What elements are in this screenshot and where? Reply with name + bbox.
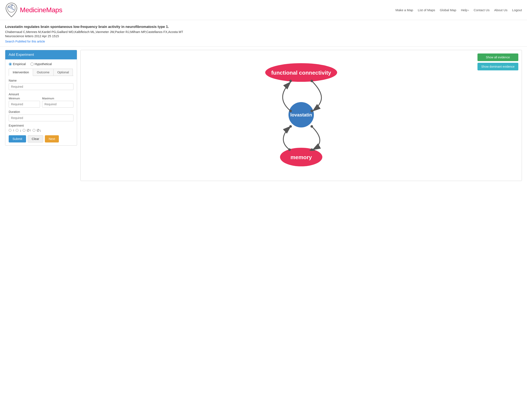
diagram-container: functional connectivity lovastatin memor… xyxy=(84,53,518,176)
exp-arrow-up: ↑ xyxy=(13,128,14,132)
amount-label: Amount xyxy=(9,93,73,96)
diagram-area: Show all evidence Show dominant evidence… xyxy=(80,50,522,181)
svg-text:functional connectivity: functional connectivity xyxy=(271,70,331,76)
tab-outcome[interactable]: Outcome xyxy=(33,69,54,76)
next-button[interactable]: Next xyxy=(45,135,59,142)
hypothetical-radio[interactable] xyxy=(31,63,34,66)
svg-point-13 xyxy=(310,110,313,112)
exp-symbol-null-up: ∅↑ xyxy=(27,128,31,132)
nav-logout[interactable]: Logout xyxy=(512,8,522,12)
svg-text:C: C xyxy=(13,9,15,10)
exp-radio-input-4[interactable] xyxy=(33,129,35,132)
svg-text:A: A xyxy=(8,6,9,8)
maximum-col: Maximum xyxy=(42,97,73,108)
minimum-input[interactable] xyxy=(9,101,40,108)
exp-arrow-down: ↓ xyxy=(20,128,21,132)
minimum-label: Minimum xyxy=(9,97,40,100)
svg-point-11 xyxy=(310,80,313,82)
article-title: Lovastatin regulates brain spontaneous l… xyxy=(5,25,522,29)
article-authors: Chabernaud C,Mennes M,Kardel PG,Gaillard… xyxy=(5,30,522,34)
svg-text:lovastatin: lovastatin xyxy=(290,112,312,117)
panel-body: Empirical Hypothetical Intervention Outc… xyxy=(5,59,77,146)
tabs-container: Intervention Outcome Optional xyxy=(9,69,73,76)
exp-radio-input-3[interactable] xyxy=(23,129,25,132)
evidence-buttons: Show all evidence Show dominant evidence xyxy=(477,53,518,70)
empirical-radio[interactable] xyxy=(9,63,12,66)
exp-radio-input-2[interactable] xyxy=(16,129,18,132)
duration-label: Duration xyxy=(9,110,73,114)
article-journal: Neuroscience letters 2012 Apr 25 1515 xyxy=(5,34,522,38)
button-row: Submit Clear Next xyxy=(9,135,73,142)
header: A B C MedicineMaps Make a Map List of Ma… xyxy=(0,0,527,20)
svg-point-14 xyxy=(289,110,292,112)
exp-radio-1[interactable] xyxy=(9,129,11,132)
nav-global-map[interactable]: Global Map xyxy=(440,8,456,12)
amount-row: Minimum Maximum xyxy=(9,97,73,108)
hypothetical-option[interactable]: Hypothetical xyxy=(31,62,52,66)
nav-list-of-maps[interactable]: List of Maps xyxy=(418,8,435,12)
duration-input[interactable] xyxy=(9,115,73,121)
main-content: Add Experiment Empirical Hypothetical In… xyxy=(0,46,527,184)
exp-radio-3[interactable] xyxy=(23,129,25,132)
name-label: Name xyxy=(9,79,73,82)
logo-icon: A B C xyxy=(5,2,18,17)
exp-radio-input-1[interactable] xyxy=(9,129,11,132)
exp-radio-4[interactable] xyxy=(33,129,35,132)
nav-make-a-map[interactable]: Make a Map xyxy=(395,8,413,12)
tab-intervention[interactable]: Intervention xyxy=(9,69,33,76)
tab-optional[interactable]: Optional xyxy=(53,69,73,76)
nav-about-us[interactable]: About Us xyxy=(494,8,507,12)
show-dominant-evidence-button[interactable]: Show dominant evidence xyxy=(477,63,518,70)
exp-symbol-null-down: ∅↓ xyxy=(37,128,41,132)
experiment-label: Experiment xyxy=(9,124,73,127)
minimum-col: Minimum xyxy=(9,97,40,108)
maximum-input[interactable] xyxy=(42,101,73,108)
svg-point-16 xyxy=(289,125,292,128)
name-field-group: Name xyxy=(9,79,73,93)
chevron-right-icon: › xyxy=(468,8,469,12)
pubmed-link[interactable]: Search PubMed for this article xyxy=(5,40,45,43)
amount-section: Amount Minimum Maximum xyxy=(9,93,73,108)
svg-point-12 xyxy=(289,80,292,82)
nav-contact-us[interactable]: Contact Us xyxy=(474,8,490,12)
experiment-radios: ↑ ↓ ∅↑ ∅↓ xyxy=(9,128,73,132)
experiment-type-group: Empirical Hypothetical xyxy=(9,62,73,66)
svg-point-15 xyxy=(310,125,313,128)
clear-button[interactable]: Clear xyxy=(28,135,43,142)
submit-button[interactable]: Submit xyxy=(9,135,26,142)
nav-help[interactable]: Help › xyxy=(461,8,469,12)
experiment-panel: Add Experiment Empirical Hypothetical In… xyxy=(5,50,77,146)
exp-radio-2[interactable] xyxy=(16,129,18,132)
main-nav: Make a Map List of Maps Global Map Help … xyxy=(395,8,522,12)
empirical-option[interactable]: Empirical xyxy=(9,62,26,66)
show-all-evidence-button[interactable]: Show all evidence xyxy=(477,53,518,61)
logo-text: MedicineMaps xyxy=(20,6,62,14)
diagram-svg: functional connectivity lovastatin memor… xyxy=(248,56,354,174)
article-section: Lovastatin regulates brain spontaneous l… xyxy=(0,20,527,46)
name-input[interactable] xyxy=(9,83,73,90)
duration-field-group: Duration xyxy=(9,110,73,124)
svg-text:B: B xyxy=(11,4,13,6)
logo-area: A B C MedicineMaps xyxy=(5,2,62,17)
svg-text:memory: memory xyxy=(290,154,312,160)
experiment-section: Experiment ↑ ↓ ∅↑ xyxy=(9,124,73,132)
maximum-label: Maximum xyxy=(42,97,73,100)
svg-point-18 xyxy=(288,148,291,151)
panel-header: Add Experiment xyxy=(5,50,77,59)
